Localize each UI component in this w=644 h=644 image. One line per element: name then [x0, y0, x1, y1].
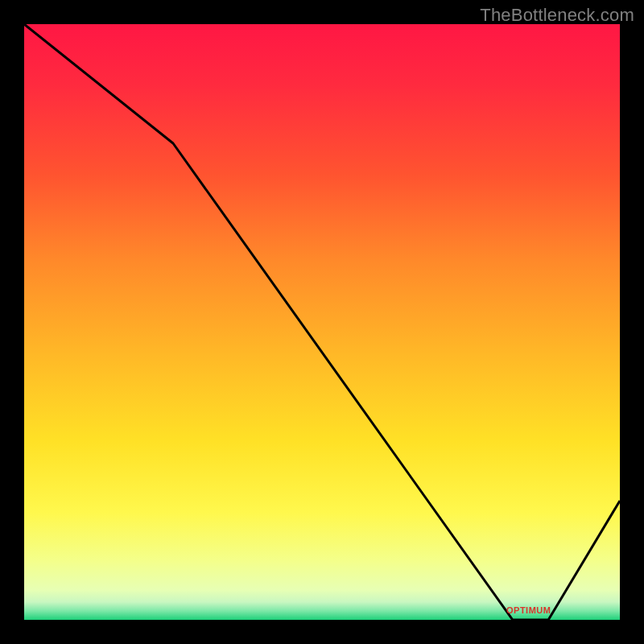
gradient-background	[24, 24, 620, 620]
plot-area	[24, 24, 620, 620]
chart-canvas: TheBottleneck.com OPTIMUM	[0, 0, 644, 644]
optimum-annotation: OPTIMUM	[506, 605, 551, 615]
watermark-text: TheBottleneck.com	[480, 5, 634, 26]
chart-svg	[24, 24, 620, 620]
